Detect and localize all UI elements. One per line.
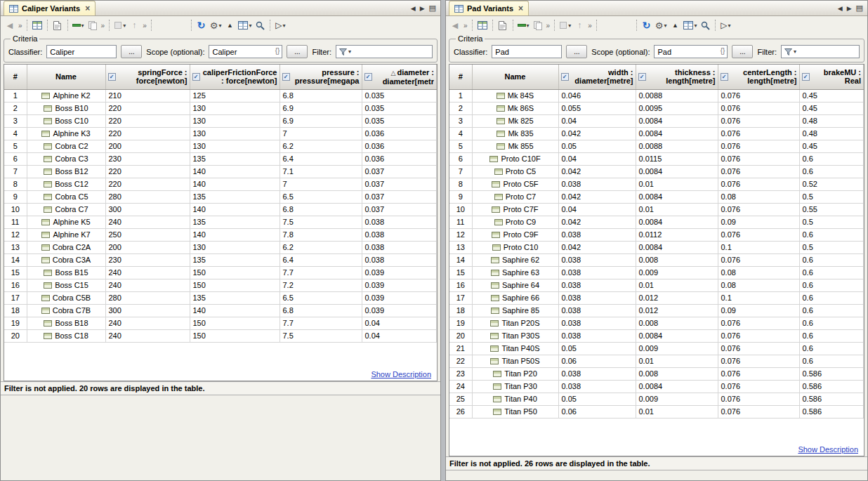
row-number-cell[interactable]: 9 bbox=[449, 190, 472, 203]
column-header-caliperfrictionforce[interactable]: ✓ caliperFrictionForce: force[newton] bbox=[190, 65, 280, 89]
show-description-link[interactable]: Show Description bbox=[371, 370, 431, 378]
value-cell[interactable]: 140 bbox=[190, 228, 280, 241]
value-cell[interactable]: 6.9 bbox=[280, 102, 362, 114]
value-cell[interactable]: 130 bbox=[190, 114, 280, 127]
name-cell[interactable]: Mk 855 bbox=[472, 140, 558, 152]
value-cell[interactable]: 0.1 bbox=[718, 291, 799, 304]
value-cell[interactable]: 6.9 bbox=[280, 114, 362, 127]
value-cell[interactable]: 220 bbox=[105, 127, 190, 140]
table-row[interactable]: 12Proto C9F0.0380.01120.0760.6 bbox=[449, 228, 864, 241]
table-row[interactable]: 19Boss B182401507.70.04 bbox=[4, 317, 437, 329]
value-cell[interactable]: 6.5 bbox=[280, 291, 362, 304]
row-number-cell[interactable]: 11 bbox=[4, 216, 27, 228]
copy-button[interactable] bbox=[86, 19, 99, 32]
value-cell[interactable]: 130 bbox=[190, 127, 280, 140]
value-cell[interactable]: 0.0084 bbox=[636, 114, 718, 127]
table-row[interactable]: 18Cobra C7B3001406.80.039 bbox=[4, 304, 437, 317]
table-row[interactable]: 18Saphire 850.0380.0120.090.6 bbox=[449, 304, 864, 317]
name-cell[interactable]: Titan P50S bbox=[472, 355, 558, 367]
value-cell[interactable]: 0.036 bbox=[362, 152, 437, 165]
value-cell[interactable]: 0.008 bbox=[636, 317, 718, 329]
value-cell[interactable]: 0.038 bbox=[558, 253, 636, 266]
row-number-cell[interactable]: 10 bbox=[449, 203, 472, 216]
filter-input[interactable]: ▾ bbox=[336, 45, 433, 58]
tab-caliper-variants[interactable]: Caliper Variants × bbox=[4, 1, 96, 15]
value-cell[interactable]: 7 bbox=[280, 127, 362, 140]
table-row[interactable]: 20Titan P30S0.0380.00840.0760.6 bbox=[449, 329, 864, 342]
row-number-cell[interactable]: 17 bbox=[4, 291, 27, 304]
name-cell[interactable]: Boss C15 bbox=[27, 279, 105, 291]
value-cell[interactable]: 0.042 bbox=[558, 216, 636, 228]
value-cell[interactable]: 0.1 bbox=[718, 241, 799, 253]
row-number-cell[interactable]: 13 bbox=[4, 241, 27, 253]
name-cell[interactable]: Proto C10F bbox=[472, 152, 558, 165]
value-cell[interactable]: 0.5 bbox=[799, 190, 864, 203]
value-cell[interactable]: 0.45 bbox=[799, 140, 864, 152]
value-cell[interactable]: 200 bbox=[105, 140, 190, 152]
value-cell[interactable]: 135 bbox=[190, 253, 280, 266]
value-cell[interactable]: 0.038 bbox=[558, 380, 636, 393]
value-cell[interactable]: 0.039 bbox=[362, 304, 437, 317]
table-row[interactable]: 8Proto C5F0.0380.010.0760.52 bbox=[449, 178, 864, 190]
table-row[interactable]: 23Titan P200.0380.0080.0760.586 bbox=[449, 367, 864, 380]
value-cell[interactable]: 0.008 bbox=[636, 367, 718, 380]
value-cell[interactable]: 230 bbox=[105, 152, 190, 165]
row-number-cell[interactable]: 15 bbox=[4, 266, 27, 279]
value-cell[interactable]: 0.038 bbox=[362, 241, 437, 253]
column-header-number[interactable]: # bbox=[449, 65, 472, 89]
value-cell[interactable]: 0.48 bbox=[799, 127, 864, 140]
name-cell[interactable]: Mk 835 bbox=[472, 127, 558, 140]
value-cell[interactable]: 0.038 bbox=[362, 216, 437, 228]
table-row[interactable]: 10Proto C7F0.040.010.0760.55 bbox=[449, 203, 864, 216]
move-up-button[interactable]: ↑ bbox=[128, 19, 140, 32]
column-header-springforce[interactable]: ✓ springForce :force[newton] bbox=[105, 65, 190, 89]
table-row[interactable]: 7Boss B122201407.10.037 bbox=[4, 165, 437, 178]
table-row[interactable]: 25Titan P400.050.0090.0760.586 bbox=[449, 393, 864, 405]
row-number-cell[interactable]: 7 bbox=[4, 165, 27, 178]
value-cell[interactable]: 0.042 bbox=[558, 127, 636, 140]
value-cell[interactable]: 0.52 bbox=[799, 178, 864, 190]
name-cell[interactable]: Proto C5 bbox=[472, 165, 558, 178]
value-cell[interactable]: 220 bbox=[105, 178, 190, 190]
row-number-cell[interactable]: 20 bbox=[4, 329, 27, 342]
value-cell[interactable]: 210 bbox=[105, 89, 190, 102]
row-number-cell[interactable]: 14 bbox=[449, 253, 472, 266]
value-cell[interactable]: 0.076 bbox=[718, 405, 799, 418]
value-cell[interactable]: 0.04 bbox=[558, 152, 636, 165]
row-number-cell[interactable]: 12 bbox=[4, 228, 27, 241]
scope-input[interactable] bbox=[209, 45, 282, 58]
name-cell[interactable]: Mk 825 bbox=[472, 114, 558, 127]
value-cell[interactable]: 7.1 bbox=[280, 165, 362, 178]
name-cell[interactable]: Proto C7 bbox=[472, 190, 558, 203]
value-cell[interactable]: 0.076 bbox=[718, 140, 799, 152]
scope-browse-button[interactable]: ... bbox=[732, 45, 753, 58]
value-cell[interactable]: 140 bbox=[190, 203, 280, 216]
table-row[interactable]: 15Saphire 630.0380.0090.080.6 bbox=[449, 266, 864, 279]
value-cell[interactable]: 0.076 bbox=[718, 165, 799, 178]
row-number-cell[interactable]: 2 bbox=[4, 102, 27, 114]
value-cell[interactable]: 0.038 bbox=[558, 279, 636, 291]
name-cell[interactable]: Cobra C2 bbox=[27, 140, 105, 152]
value-cell[interactable]: 0.01 bbox=[636, 178, 718, 190]
value-cell[interactable]: 0.009 bbox=[636, 342, 718, 355]
value-cell[interactable]: 0.076 bbox=[718, 367, 799, 380]
copy-button[interactable] bbox=[532, 19, 544, 32]
toolbar-overflow-chevron[interactable]: » bbox=[463, 22, 468, 29]
value-cell[interactable]: 0.042 bbox=[558, 190, 636, 203]
row-number-cell[interactable]: 23 bbox=[449, 367, 472, 380]
column-header-pressure[interactable]: ✓ pressure :pressure[megapa bbox=[280, 65, 362, 89]
view-mode-button[interactable]: ▾ bbox=[683, 19, 697, 32]
value-cell[interactable]: 0.039 bbox=[362, 279, 437, 291]
value-cell[interactable]: 0.038 bbox=[558, 317, 636, 329]
table-row[interactable]: 13Cobra C2A2001306.20.038 bbox=[4, 241, 437, 253]
value-cell[interactable]: 6.2 bbox=[280, 241, 362, 253]
run-button[interactable]: ▷▾ bbox=[274, 19, 287, 32]
name-cell[interactable]: Boss C18 bbox=[27, 329, 105, 342]
column-header-thickness[interactable]: ✓ thickness :length[metre] bbox=[636, 65, 718, 89]
value-cell[interactable]: 0.01 bbox=[636, 405, 718, 418]
row-number-cell[interactable]: 15 bbox=[449, 266, 472, 279]
value-cell[interactable]: 240 bbox=[105, 279, 190, 291]
scroll-left-icon[interactable]: ◀ bbox=[838, 5, 843, 12]
name-cell[interactable]: Boss C12 bbox=[27, 178, 105, 190]
value-cell[interactable]: 0.038 bbox=[362, 228, 437, 241]
